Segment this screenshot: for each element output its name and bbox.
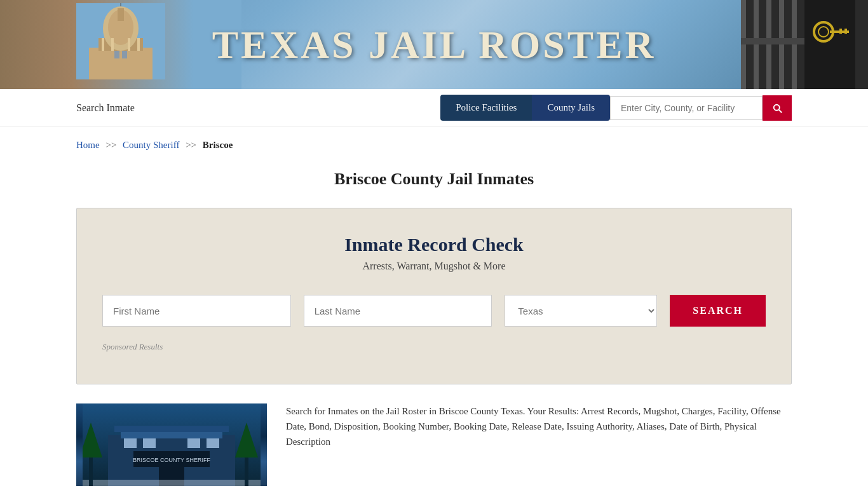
svg-rect-42 [245, 454, 248, 486]
svg-rect-36 [187, 438, 200, 448]
svg-rect-10 [102, 38, 104, 51]
svg-rect-37 [207, 438, 219, 448]
page-title: Briscoe County Jail Inmates [0, 170, 868, 189]
keys-image [741, 0, 868, 89]
svg-rect-9 [122, 51, 127, 58]
breadcrumb-current: Briscoe [203, 140, 233, 150]
nav-right: Police Facilities County Jails [440, 95, 792, 121]
record-check-subtitle: Arrests, Warrant, Mugshot & More [102, 261, 766, 272]
breadcrumb-sep-2: >> [186, 140, 196, 150]
breadcrumb-home[interactable]: Home [76, 140, 100, 150]
county-jails-button[interactable]: County Jails [532, 95, 610, 121]
search-icon [771, 102, 783, 114]
svg-rect-34 [124, 438, 137, 448]
svg-rect-12 [128, 38, 130, 51]
svg-rect-40 [89, 454, 93, 486]
svg-rect-6 [118, 8, 124, 21]
state-select[interactable]: AlabamaAlaskaArizonaArkansasCaliforniaCo… [505, 295, 657, 327]
svg-rect-26 [844, 29, 847, 34]
breadcrumb: Home >> County Sheriff >> Briscoe [0, 127, 868, 163]
breadcrumb-sep-1: >> [105, 140, 116, 150]
svg-rect-1 [89, 48, 153, 79]
svg-rect-35 [143, 438, 156, 448]
first-name-input[interactable] [102, 295, 291, 327]
svg-rect-25 [839, 29, 842, 34]
svg-rect-13 [137, 38, 140, 51]
bottom-section: BRISCOE COUNTY SHERIFF Search for Inmate… [76, 403, 792, 488]
bottom-description: Search for Inmates on the Jail Roster in… [286, 403, 792, 486]
svg-rect-15 [804, 0, 855, 89]
facility-search-input[interactable] [610, 96, 763, 120]
nav-search-button[interactable] [763, 95, 792, 121]
svg-rect-11 [111, 38, 114, 51]
svg-rect-8 [114, 51, 119, 58]
record-check-title: Inmate Record Check [102, 234, 766, 255]
site-title: Texas Jail Roster [212, 22, 656, 67]
record-check-form: AlabamaAlaskaArizonaArkansasCaliforniaCo… [102, 295, 766, 327]
header-banner: Texas Jail Roster [0, 0, 868, 89]
svg-text:BRISCOE COUNTY SHERIFF: BRISCOE COUNTY SHERIFF [133, 457, 210, 463]
police-facilities-button[interactable]: Police Facilities [440, 95, 532, 121]
last-name-input[interactable] [304, 295, 492, 327]
svg-rect-39 [83, 480, 261, 486]
svg-rect-21 [741, 38, 804, 44]
search-inmate-label: Search Inmate [76, 102, 135, 114]
record-check-box: Inmate Record Check Arrests, Warrant, Mu… [76, 208, 792, 384]
nav-bar: Search Inmate Police Facilities County J… [0, 89, 868, 127]
sponsored-label: Sponsored Results [102, 342, 766, 352]
breadcrumb-county-sheriff[interactable]: County Sheriff [123, 140, 179, 150]
capitol-image [0, 0, 241, 89]
inmate-search-button[interactable]: SEARCH [670, 295, 766, 327]
svg-rect-31 [114, 426, 229, 432]
facility-image: BRISCOE COUNTY SHERIFF [76, 403, 267, 486]
